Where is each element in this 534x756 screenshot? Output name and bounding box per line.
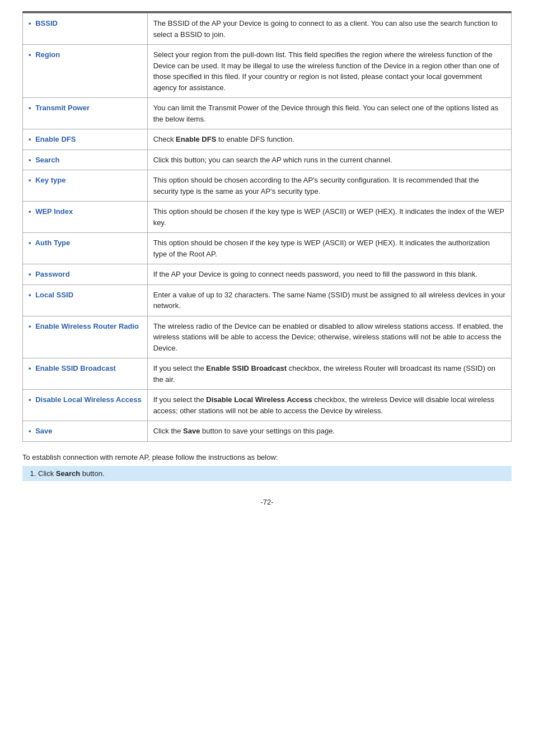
desc-cell: If the AP your Device is going to connec… xyxy=(147,264,511,285)
bullet: • xyxy=(29,395,31,404)
bullet: • xyxy=(29,364,31,372)
instruction-intro: To establish connection with remote AP, … xyxy=(22,453,512,461)
label-cell: • Key type xyxy=(23,170,148,202)
label-cell: • Auth Type xyxy=(23,233,148,264)
bullet: • xyxy=(29,19,31,27)
desc-cell: Check Enable DFS to enable DFS function. xyxy=(147,129,511,150)
label-cell: • Local SSID xyxy=(23,284,148,316)
bullet: • xyxy=(29,176,31,184)
label-cell: • Enable SSID Broadcast xyxy=(23,358,148,390)
step-list: Click Search button. xyxy=(22,466,512,481)
desc-cell: The wireless radio of the Device can be … xyxy=(147,316,511,358)
bullet: • xyxy=(29,207,31,216)
bullet: • xyxy=(29,427,31,435)
bullet: • xyxy=(29,270,31,278)
label-cell: • Enable Wireless Router Radio xyxy=(23,316,148,358)
desc-cell: Click the Save button to save your setti… xyxy=(147,421,511,442)
desc-cell: Click this button; you can search the AP… xyxy=(147,150,511,170)
label-cell: • Disable Local Wireless Access xyxy=(23,390,148,421)
desc-cell: This option should be chosen according t… xyxy=(147,170,511,202)
bottom-section: To establish connection with remote AP, … xyxy=(22,453,512,481)
label-cell: • Enable DFS xyxy=(23,129,148,150)
label-cell: • Transmit Power xyxy=(23,98,148,129)
label-cell: • Password xyxy=(23,264,148,285)
desc-cell: The BSSID of the AP your Device is going… xyxy=(147,13,511,45)
desc-cell: If you select the Enable SSID Broadcast … xyxy=(147,358,511,390)
bullet: • xyxy=(29,322,31,330)
page-number: -72- xyxy=(22,498,512,506)
label-cell: • WEP Index xyxy=(23,202,148,233)
desc-cell: This option should be chosen if the key … xyxy=(147,233,511,264)
desc-cell: This option should be chosen if the key … xyxy=(147,202,511,233)
bullet: • xyxy=(29,50,31,59)
label-cell: • BSSID xyxy=(23,13,148,45)
bullet: • xyxy=(29,135,31,143)
label-cell: • Region xyxy=(23,45,148,98)
list-item: Click Search button. xyxy=(38,469,506,478)
desc-cell: If you select the Disable Local Wireless… xyxy=(147,390,511,421)
label-cell: • Save xyxy=(23,421,148,442)
label-cell: • Search xyxy=(23,150,148,170)
desc-cell: Enter a value of up to 32 characters. Th… xyxy=(147,284,511,316)
bullet: • xyxy=(29,156,31,164)
bullet: • xyxy=(29,239,31,247)
desc-cell: You can limit the Transmit Power of the … xyxy=(147,98,511,129)
bullet: • xyxy=(29,104,31,112)
bullet: • xyxy=(29,291,31,299)
reference-table: • BSSIDThe BSSID of the AP your Device i… xyxy=(22,13,512,442)
desc-cell: Select your region from the pull-down li… xyxy=(147,45,511,98)
